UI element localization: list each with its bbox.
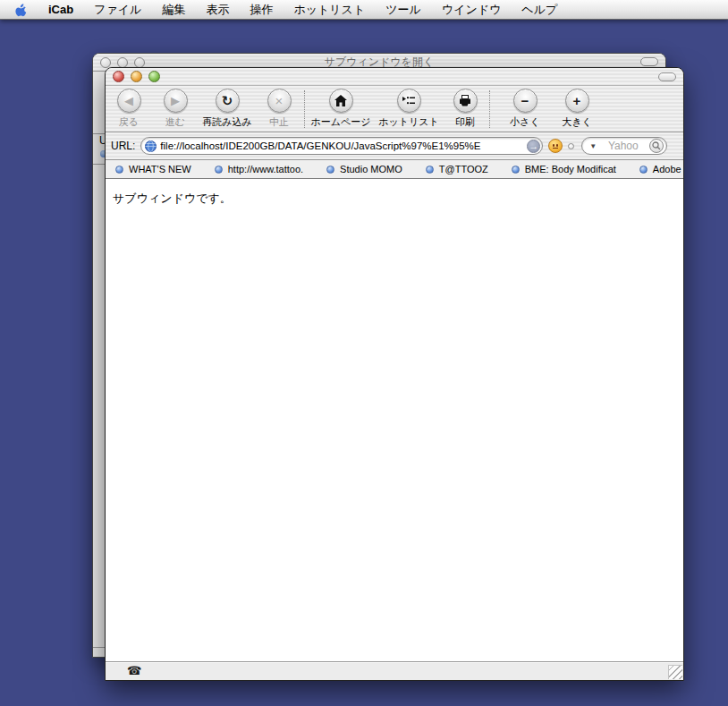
chevron-down-icon[interactable]: ▼ — [589, 142, 597, 150]
hotlist-icon — [402, 96, 415, 106]
url-label: URL: — [111, 140, 135, 152]
home-button[interactable]: ホームページ — [307, 89, 375, 129]
bookmark-label: T@TTOOZ — [439, 164, 488, 174]
minimize-button[interactable] — [131, 71, 142, 82]
forward-label: 進む — [165, 115, 185, 129]
magnifier-icon — [652, 141, 661, 150]
stop-label: 中止 — [269, 115, 289, 129]
smiley-mouth — [553, 148, 558, 149]
desktop: iCab ファイル 編集 表示 操作 ホットリスト ツール ウインドウ ヘルプ … — [0, 0, 728, 706]
menu-item-icab[interactable]: iCab — [48, 3, 73, 16]
hotlist-label: ホットリスト — [378, 115, 439, 129]
home-label: ホームページ — [310, 115, 370, 129]
print-label: 印刷 — [455, 115, 475, 129]
bookmarks-bar: WHAT'S NEW http://www.tattoo. Studio MOM… — [106, 160, 683, 179]
bookmark-label: BME: Body Modificat — [525, 164, 616, 174]
menu-item-help[interactable]: ヘルプ — [521, 2, 557, 18]
bookmark-item[interactable]: WHAT'S NEW — [115, 164, 191, 174]
menu-item-window[interactable]: ウインドウ — [442, 2, 502, 18]
print-icon — [459, 95, 471, 106]
url-input[interactable] — [160, 140, 523, 151]
go-button[interactable]: → — [527, 140, 540, 153]
menu-bar: iCab ファイル 編集 表示 操作 ホットリスト ツール ウインドウ ヘルプ — [0, 0, 728, 20]
browser-window-titlebar[interactable] — [106, 68, 683, 86]
smiley-status-icon[interactable] — [548, 139, 563, 153]
stop-icon: × — [275, 94, 284, 107]
back-button[interactable]: ◀ 戻る — [106, 89, 152, 129]
menu-item-tools[interactable]: ツール — [385, 2, 421, 18]
minus-icon: − — [521, 94, 529, 107]
resize-grip[interactable] — [668, 665, 682, 679]
bookmark-item[interactable]: T@TTOOZ — [426, 164, 488, 174]
bookmark-item[interactable]: Adobe Sol — [639, 164, 683, 174]
page-text: サブウィンドウです。 — [113, 191, 232, 205]
forward-arrow-icon: ▶ — [171, 95, 180, 106]
bookmark-item[interactable]: BME: Body Modificat — [512, 164, 616, 174]
apple-menu[interactable] — [14, 3, 28, 17]
toolbar: ◀ 戻る ▶ 進む ↻ 再読み込み × 中止 — [106, 86, 683, 132]
toolbar-divider — [304, 90, 305, 128]
reload-label: 再読み込み — [202, 115, 252, 129]
menu-item-view[interactable]: 表示 — [206, 2, 229, 18]
smaller-label: 小さく — [510, 115, 540, 129]
menu-item-action[interactable]: 操作 — [250, 2, 273, 18]
bookmark-label: Studio MOMO — [340, 164, 402, 174]
close-button[interactable] — [113, 71, 124, 82]
bookmark-sphere-icon — [639, 166, 648, 174]
bookmark-item[interactable]: Studio MOMO — [326, 164, 402, 174]
bookmark-label: WHAT'S NEW — [129, 164, 191, 174]
zoom-button[interactable] — [148, 71, 160, 82]
search-field[interactable]: ▼ Yahoo — [581, 137, 667, 155]
menu-item-hotlist[interactable]: ホットリスト — [293, 2, 365, 18]
bookmark-sphere-icon — [426, 166, 434, 174]
stop-button[interactable]: × 中止 — [256, 89, 302, 129]
bookmark-sphere-icon — [512, 166, 520, 174]
larger-label: 大きく — [562, 115, 592, 129]
status-bar: ☎ — [106, 661, 683, 680]
menu-item-file[interactable]: ファイル — [94, 2, 141, 18]
url-field[interactable]: → — [140, 137, 543, 155]
bookmark-sphere-icon — [115, 166, 123, 174]
menu-item-edit[interactable]: 編集 — [162, 2, 185, 18]
search-engine-label: Yahoo — [602, 140, 644, 152]
larger-button[interactable]: + 大きく — [551, 89, 603, 129]
reload-button[interactable]: ↻ 再読み込み — [199, 89, 256, 129]
reload-icon: ↻ — [222, 94, 233, 107]
bookmark-item[interactable]: http://www.tattoo. — [215, 164, 303, 174]
forward-button[interactable]: ▶ 進む — [152, 89, 199, 129]
phone-icon[interactable]: ☎ — [127, 664, 141, 677]
status-dot-icon — [568, 143, 574, 149]
browser-window: ◀ 戻る ▶ 進む ↻ 再読み込み × 中止 — [105, 67, 684, 681]
bookmark-label: Adobe Sol — [653, 164, 683, 174]
url-bar: URL: → ▼ Yahoo — [106, 132, 683, 160]
hotlist-button[interactable]: ホットリスト — [375, 89, 443, 129]
globe-icon — [145, 140, 157, 152]
collapse-button[interactable] — [658, 72, 676, 81]
apple-icon — [14, 3, 28, 17]
plus-icon: + — [573, 94, 581, 107]
bookmark-sphere-icon — [215, 166, 223, 174]
back-arrow-icon: ◀ — [124, 95, 133, 106]
search-button[interactable] — [649, 139, 664, 153]
smaller-button[interactable]: − 小さく — [499, 89, 551, 129]
toolbar-divider — [489, 90, 490, 128]
bookmark-sphere-icon — [326, 166, 334, 174]
bookmark-label: http://www.tattoo. — [228, 164, 303, 174]
home-icon — [334, 95, 347, 106]
print-button[interactable]: 印刷 — [443, 89, 487, 129]
inactive-collapse-button[interactable] — [640, 57, 658, 66]
back-label: 戻る — [119, 115, 139, 129]
page-content: サブウィンドウです。 — [106, 179, 683, 661]
